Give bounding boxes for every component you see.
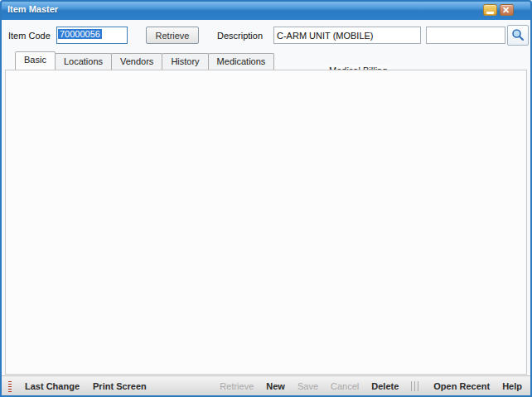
- tab-strip: Basic Locations Vendors History Medicati…: [5, 51, 527, 70]
- print-screen-button[interactable]: Print Screen: [93, 381, 147, 391]
- tab-history[interactable]: History: [162, 53, 208, 70]
- minimize-button[interactable]: [483, 4, 497, 16]
- item-code-selected-text: 70000056: [58, 29, 102, 39]
- help-button[interactable]: Help: [502, 381, 522, 391]
- save-button: Save: [297, 381, 318, 391]
- close-button[interactable]: ✕: [500, 4, 514, 16]
- status-bar: Last Change Print Screen Retrieve New Sa…: [2, 375, 530, 395]
- minimize-icon: [486, 12, 494, 14]
- last-change-button[interactable]: Last Change: [25, 381, 80, 391]
- cancel-button: Cancel: [331, 381, 359, 391]
- item-code-input[interactable]: 70000056: [56, 27, 128, 44]
- new-button[interactable]: New: [266, 381, 285, 391]
- item-master-window: Item Master ✕ Item Code 70000056 Retriev…: [0, 0, 532, 397]
- quick-search-input[interactable]: [426, 27, 505, 44]
- delete-button[interactable]: Delete: [371, 381, 399, 391]
- item-code-label: Item Code: [8, 31, 51, 41]
- separator-icon: [411, 381, 421, 391]
- window-title: Item Master: [7, 4, 58, 14]
- retrieve-button[interactable]: Retrieve: [146, 27, 199, 44]
- description-label: Description: [217, 31, 263, 41]
- tab-medications[interactable]: Medications: [208, 53, 275, 70]
- retrieve-statusbar-button: Retrieve: [220, 381, 254, 391]
- tab-vendors[interactable]: Vendors: [111, 53, 162, 70]
- title-bar: Item Master ✕: [0, 0, 532, 20]
- basic-tab-page: [5, 70, 527, 375]
- tab-locations[interactable]: Locations: [55, 53, 112, 70]
- description-input[interactable]: [273, 27, 421, 44]
- grip-icon: [8, 380, 12, 392]
- close-icon: ✕: [502, 5, 510, 16]
- search-button[interactable]: [507, 25, 529, 46]
- status-bar-left: Last Change Print Screen: [8, 380, 147, 392]
- status-bar-right: Retrieve New Save Cancel Delete Open Rec…: [220, 381, 522, 391]
- tab-basic[interactable]: Basic: [15, 51, 56, 70]
- search-icon: [511, 28, 525, 41]
- open-recent-button[interactable]: Open Recent: [433, 381, 490, 391]
